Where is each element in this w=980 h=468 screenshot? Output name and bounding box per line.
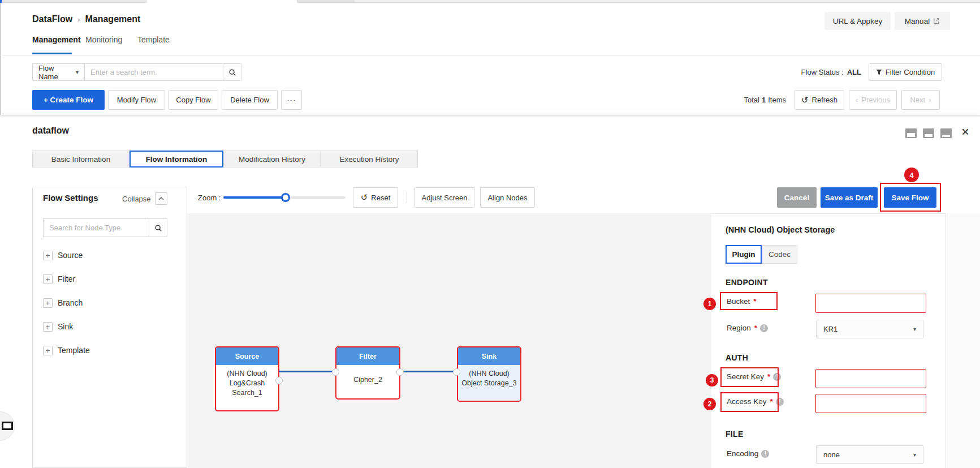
filter-condition-button[interactable]: Filter Condition (869, 63, 942, 81)
node-filter-body: Cipher_2 (336, 365, 399, 385)
collapse-button[interactable] (155, 192, 167, 205)
tree-item-source[interactable]: Source (58, 251, 83, 260)
port-source-out[interactable] (275, 377, 283, 384)
zoom-slider-thumb[interactable] (281, 193, 290, 202)
url-appkey-button[interactable]: URL & Appkey (824, 12, 891, 30)
node-source-line: (NHN Cloud) (216, 369, 278, 379)
modify-flow-button[interactable]: Modify Flow (108, 90, 165, 110)
info-icon[interactable]: ! (773, 373, 781, 381)
tree-item-branch[interactable]: Branch (58, 298, 83, 307)
manual-label: Manual (905, 17, 930, 25)
expand-icon[interactable]: + (43, 298, 53, 308)
next-button[interactable]: Next › (901, 90, 940, 110)
chevron-down-icon: ▾ (76, 69, 79, 75)
secret-key-label-text: Secret Key (727, 372, 764, 381)
tab-modification-history[interactable]: Modification History (223, 151, 321, 168)
bucket-input[interactable] (815, 294, 926, 313)
breadcrumb-service[interactable]: DataFlow (32, 14, 72, 24)
node-type-search-input[interactable] (43, 218, 149, 237)
expand-icon[interactable]: + (43, 346, 53, 355)
flow-canvas[interactable]: Source (NHN Cloud) Log&Crash Search_1 Fi… (187, 213, 711, 468)
create-flow-button[interactable]: + Create Flow (32, 90, 105, 110)
more-icon: ··· (287, 96, 296, 104)
tab-management[interactable]: Management (32, 35, 81, 44)
secret-key-input[interactable] (815, 369, 926, 388)
node-sink-header: Sink (458, 347, 520, 365)
more-actions-button[interactable]: ··· (281, 90, 302, 110)
auth-section-header: AUTH (726, 353, 748, 362)
reset-button[interactable]: ↺ Reset (353, 187, 398, 208)
annotation-badge-3: 3 (706, 374, 718, 387)
node-source[interactable]: Source (NHN Cloud) Log&Crash Search_1 (215, 346, 279, 411)
tab-monitoring[interactable]: Monitoring (85, 35, 122, 44)
tree-item-filter[interactable]: Filter (58, 274, 75, 284)
endpoint-section-header: ENDPOINT (726, 278, 768, 287)
encoding-select[interactable]: none ▾ (816, 445, 923, 464)
region-select[interactable]: KR1 ▾ (816, 320, 923, 338)
manual-button[interactable]: Manual (895, 12, 950, 30)
panel-size-small-icon[interactable] (905, 128, 917, 138)
adjust-screen-button[interactable]: Adjust Screen (415, 187, 474, 208)
cancel-button[interactable]: Cancel (777, 187, 817, 208)
required-icon: * (767, 372, 770, 381)
tab-flow-information[interactable]: Flow Information (129, 151, 223, 168)
save-as-draft-button[interactable]: Save as Draft (821, 187, 878, 208)
port-filter-out[interactable] (396, 368, 404, 376)
tab-template[interactable]: Template (137, 35, 170, 44)
properties-title: (NHN Cloud) Object Storage (726, 225, 835, 234)
port-sink-in[interactable] (453, 368, 460, 376)
zoom-label: Zoom : (198, 187, 221, 208)
breadcrumb: DataFlow › Management (32, 14, 140, 24)
screen-capture-icon (2, 422, 13, 430)
align-nodes-button[interactable]: Align Nodes (480, 187, 535, 208)
node-type-search-button[interactable] (149, 218, 167, 237)
search-icon (228, 68, 236, 76)
close-icon[interactable]: × (958, 123, 973, 140)
tab-basic-information[interactable]: Basic Information (32, 151, 129, 168)
tab-plugin[interactable]: Plugin (726, 245, 762, 264)
save-flow-button[interactable]: Save Flow (884, 187, 936, 208)
previous-button[interactable]: ‹ Previous (849, 90, 897, 110)
search-input[interactable] (84, 63, 223, 81)
breadcrumb-page: Management (85, 14, 140, 24)
panel-size-medium-icon[interactable] (923, 128, 934, 138)
secret-key-label: Secret Key* ! (727, 372, 781, 381)
tree-item-template[interactable]: Template (58, 346, 90, 355)
expand-icon[interactable]: + (43, 274, 53, 284)
port-filter-in[interactable] (332, 368, 339, 376)
flow-status: Flow Status : ALL (786, 63, 861, 81)
access-key-input[interactable] (815, 394, 926, 413)
search-button[interactable] (223, 63, 241, 81)
access-key-label-text: Access Key (727, 397, 767, 406)
panel-size-large-icon[interactable] (940, 128, 952, 138)
info-icon[interactable]: ! (776, 398, 784, 406)
flow-status-value: ALL (847, 68, 861, 76)
encoding-value: none (823, 450, 840, 459)
info-icon[interactable]: ! (760, 324, 768, 332)
refresh-button[interactable]: ↺ Refresh (795, 90, 844, 110)
toolbar-divider (407, 192, 407, 203)
external-link-icon (933, 18, 940, 24)
collapse-label[interactable]: Collapse (122, 195, 151, 203)
filter-condition-label: Filter Condition (886, 68, 935, 76)
copy-flow-button[interactable]: Copy Flow (169, 90, 218, 110)
node-filter-line: Cipher_2 (336, 375, 399, 385)
zoom-slider-fill (223, 196, 286, 199)
access-key-label: Access Key* ! (727, 397, 784, 406)
delete-flow-button[interactable]: Delete Flow (222, 90, 278, 110)
total-items-label: Items (768, 96, 786, 104)
required-icon: * (753, 297, 756, 306)
info-icon[interactable]: ! (761, 450, 769, 458)
expand-icon[interactable]: + (43, 251, 53, 260)
previous-label: Previous (861, 96, 890, 104)
node-sink[interactable]: Sink (NHN Cloud) Object Storage_3 (457, 346, 521, 402)
tab-codec[interactable]: Codec (762, 245, 797, 264)
node-filter[interactable]: Filter Cipher_2 (335, 346, 400, 400)
breadcrumb-separator-icon: › (77, 15, 80, 24)
browser-tab-strip (297, 0, 355, 3)
total-items: Total 1 Items (724, 90, 786, 110)
tree-item-sink[interactable]: Sink (58, 322, 73, 331)
tab-execution-history[interactable]: Execution History (321, 151, 418, 168)
search-field-selector[interactable]: Flow Name ▾ (32, 63, 85, 81)
expand-icon[interactable]: + (43, 322, 53, 332)
